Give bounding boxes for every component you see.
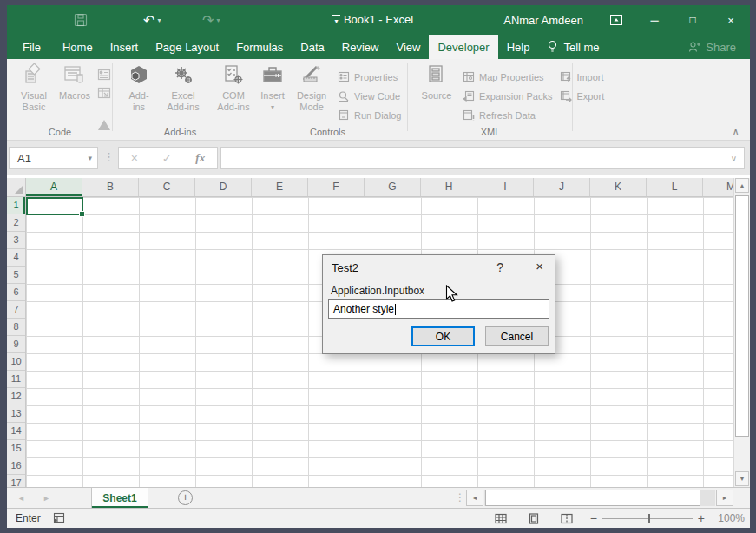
row-header-13[interactable]: 13 — [7, 405, 25, 423]
tab-insert[interactable]: Insert — [102, 35, 148, 59]
view-code-button[interactable]: View Code — [338, 89, 401, 103]
formula-bar-drag-handle[interactable]: ⋮ — [103, 150, 115, 163]
use-relative-references-icon[interactable] — [97, 87, 111, 99]
new-sheet-button[interactable]: + — [178, 490, 193, 505]
row-header-6[interactable]: 6 — [7, 284, 25, 301]
row-header-7[interactable]: 7 — [7, 301, 25, 319]
tab-developer[interactable]: Developer — [429, 35, 497, 59]
excel-addins-button[interactable]: Excel Add-ins — [161, 62, 205, 113]
column-header-f[interactable]: F — [308, 178, 365, 196]
design-mode-button[interactable]: Design Mode — [291, 62, 332, 113]
cancel-entry-icon[interactable]: × — [131, 151, 138, 165]
scroll-up-icon[interactable]: ▲ — [735, 178, 749, 193]
column-header-g[interactable]: G — [365, 178, 421, 196]
zoom-in-button[interactable]: + — [698, 511, 705, 525]
refresh-data-button[interactable]: Refresh Data — [463, 108, 552, 122]
page-break-preview-icon[interactable] — [561, 513, 573, 524]
column-header-i[interactable]: I — [477, 178, 534, 196]
formula-input[interactable]: ∨ — [220, 147, 745, 169]
ok-button[interactable]: OK — [411, 326, 475, 346]
row-header-3[interactable]: 3 — [7, 232, 25, 249]
vertical-scroll-thumb[interactable] — [735, 195, 749, 437]
dialog-help-button[interactable]: ? — [496, 260, 503, 274]
tab-data[interactable]: Data — [292, 35, 332, 59]
zoom-slider-thumb[interactable] — [648, 514, 650, 523]
row-header-12[interactable]: 12 — [7, 388, 25, 405]
user-name[interactable]: ANmar Amdeen — [503, 14, 583, 27]
row-header-4[interactable]: 4 — [7, 249, 25, 266]
tabbar-drag-handle[interactable]: ⋮ — [455, 491, 465, 503]
horizontal-scrollbar[interactable]: ◄ ► — [466, 490, 733, 506]
tab-file[interactable]: File — [10, 35, 54, 59]
row-header-10[interactable]: 10 — [7, 353, 25, 371]
cancel-button[interactable]: Cancel — [485, 326, 549, 346]
scroll-right-icon[interactable]: ► — [716, 490, 733, 506]
ribbon-display-options-button[interactable] — [597, 5, 635, 35]
vertical-scrollbar[interactable]: ▲ ▼ — [733, 178, 750, 487]
tab-page-layout[interactable]: Page Layout — [147, 35, 227, 59]
column-header-e[interactable]: E — [252, 178, 308, 196]
column-header-b[interactable]: B — [82, 178, 139, 196]
column-header-j[interactable]: J — [534, 178, 590, 196]
close-button[interactable]: × — [712, 5, 750, 35]
macros-button[interactable]: Macros — [54, 62, 95, 102]
row-header-8[interactable]: 8 — [7, 319, 25, 336]
undo-button[interactable]: ↶ ▾ — [143, 5, 161, 35]
row-header-14[interactable]: 14 — [7, 423, 25, 440]
column-header-h[interactable]: H — [421, 178, 477, 196]
undo-dropdown-icon[interactable]: ▾ — [157, 16, 161, 24]
row-header-17[interactable]: 17 — [7, 475, 25, 487]
column-header-l[interactable]: L — [647, 178, 703, 196]
tell-me-box[interactable]: Tell me — [547, 35, 599, 59]
tab-help[interactable]: Help — [498, 35, 539, 59]
map-properties-button[interactable]: Map Properties — [463, 69, 552, 84]
row-header-5[interactable]: 5 — [7, 266, 25, 284]
sheet-tab-sheet1[interactable]: Sheet1 — [91, 488, 148, 508]
column-header-a[interactable]: A — [26, 178, 82, 196]
page-layout-view-icon[interactable] — [528, 513, 540, 524]
insert-control-button[interactable]: Insert ▾ — [254, 62, 291, 113]
horizontal-scroll-thumb[interactable] — [485, 490, 700, 506]
sheet-nav-left-icon[interactable]: ◄ — [17, 494, 25, 503]
tab-view[interactable]: View — [387, 35, 429, 59]
cell-selection[interactable] — [26, 197, 83, 215]
dialog-close-icon[interactable]: × — [536, 259, 543, 273]
insert-function-icon[interactable]: fx — [195, 151, 205, 165]
scroll-left-icon[interactable]: ◄ — [466, 490, 483, 506]
dialog-text-input[interactable]: Another style — [328, 299, 549, 319]
source-button[interactable]: Source — [418, 62, 455, 102]
maximize-button[interactable]: □ — [674, 5, 712, 35]
visual-basic-button[interactable]: Visual Basic — [14, 62, 54, 113]
row-header-9[interactable]: 9 — [7, 336, 25, 353]
record-macro-icon[interactable] — [97, 69, 111, 81]
row-header-11[interactable]: 11 — [7, 371, 25, 388]
zoom-level[interactable]: 100% — [713, 512, 745, 524]
expansion-packs-button[interactable]: Expansion Packs — [463, 89, 552, 103]
normal-view-icon[interactable] — [495, 513, 507, 524]
row-header-2[interactable]: 2 — [7, 214, 25, 232]
scroll-down-icon[interactable]: ▼ — [735, 471, 749, 486]
addins-button[interactable]: Add-ins — [123, 62, 154, 113]
row-header-15[interactable]: 15 — [7, 440, 25, 457]
save-button[interactable] — [74, 5, 88, 35]
column-header-c[interactable]: C — [139, 178, 195, 196]
share-button[interactable]: Share — [688, 35, 736, 59]
tab-home[interactable]: Home — [54, 35, 102, 59]
import-button[interactable]: Import — [560, 69, 604, 84]
properties-button[interactable]: Properties — [338, 69, 401, 84]
sheet-nav-right-icon[interactable]: ► — [43, 494, 50, 503]
run-dialog-button[interactable]: Run Dialog — [338, 108, 401, 122]
macro-security-icon[interactable] — [98, 105, 110, 121]
column-header-k[interactable]: K — [590, 178, 647, 196]
column-header-d[interactable]: D — [195, 178, 252, 196]
export-button[interactable]: Export — [560, 89, 604, 103]
name-box[interactable]: A1 ▾ — [9, 147, 98, 169]
name-box-dropdown-icon[interactable]: ▾ — [88, 154, 92, 162]
tab-review[interactable]: Review — [333, 35, 388, 59]
row-header-16[interactable]: 16 — [7, 457, 25, 475]
minimize-button[interactable]: ─ — [635, 5, 674, 35]
select-all-corner[interactable] — [7, 178, 26, 197]
zoom-out-button[interactable]: − — [590, 511, 597, 525]
expand-formula-bar-icon[interactable]: ∨ — [731, 154, 737, 163]
macro-recording-icon[interactable] — [52, 512, 65, 523]
